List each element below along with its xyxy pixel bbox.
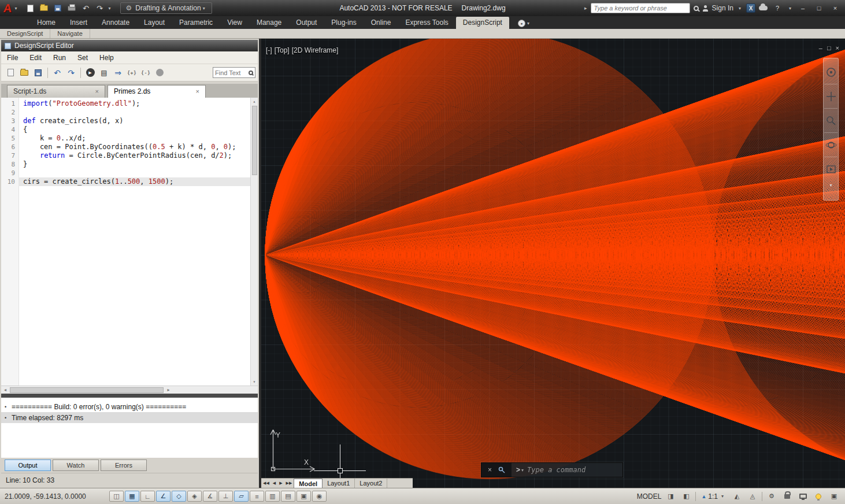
drawing-close-icon[interactable]: × (836, 45, 839, 51)
viewport-menu-control[interactable]: [-] (266, 46, 272, 54)
code-line-8[interactable]: 8} (1, 160, 250, 169)
scrollbar-thumb[interactable] (10, 387, 164, 393)
code-line-2[interactable]: 2 (1, 108, 250, 117)
workspace-switching-button[interactable]: ⚙ (765, 491, 778, 502)
panel-designscript[interactable]: DesignScript (0, 29, 50, 38)
autocad-logo-icon[interactable]: A (3, 2, 13, 15)
visual-style-control[interactable]: [2D Wireframe] (292, 46, 339, 54)
tab-close-icon[interactable]: × (95, 88, 99, 95)
insert-braces-button[interactable]: {+} (125, 66, 138, 79)
infocenter-expand-icon[interactable]: ▸ (584, 5, 587, 11)
command-search-icon[interactable] (498, 466, 505, 473)
command-input[interactable]: Type a command (527, 466, 585, 474)
menu-edit[interactable]: Edit (24, 54, 47, 62)
command-close-icon[interactable]: × (488, 466, 492, 474)
prev-layout-icon[interactable]: ◀ (271, 481, 277, 486)
ribbon-tab-plug-ins[interactable]: Plug-ins (324, 17, 363, 29)
remove-braces-button[interactable]: {-} (139, 66, 152, 79)
help-search-input[interactable] (591, 3, 690, 13)
editor-vertical-scrollbar[interactable]: ▴ ▾ (250, 98, 258, 386)
menu-run[interactable]: Run (47, 54, 72, 62)
editor-title-bar[interactable]: DesignScript Editor (1, 40, 258, 51)
isolate-objects-button[interactable] (812, 491, 825, 502)
polar-toggle[interactable]: ∠ (156, 491, 171, 502)
help-caret-icon[interactable]: ▾ (789, 6, 791, 11)
output-line[interactable]: •Time elapsed: 8297 ms (1, 412, 258, 423)
undo-edit-button[interactable]: ↶ (51, 66, 64, 79)
tab-primes-2[interactable]: Primes 2.ds × (108, 85, 206, 98)
ribbon-tab-express-tools[interactable]: Express Tools (398, 17, 455, 29)
ribbon-state-toggle[interactable]: ● ▾ (518, 20, 531, 27)
code-line-1[interactable]: 1import("ProtoGeometry.dll"); (1, 99, 250, 108)
scroll-up-icon[interactable]: ▴ (251, 98, 258, 105)
otrack-toggle[interactable]: ∡ (203, 491, 217, 502)
ortho-toggle[interactable]: ∟ (140, 491, 155, 502)
scroll-down-icon[interactable]: ▾ (251, 378, 258, 386)
watch-tab-button[interactable]: Watch (53, 459, 99, 471)
grid-toggle[interactable]: ▦ (125, 491, 139, 502)
scroll-left-icon[interactable]: ◂ (1, 387, 9, 392)
redo-button[interactable]: ↷ (93, 2, 106, 14)
run-script-button[interactable]: ▶ (84, 66, 97, 79)
hardware-acceleration-button[interactable] (796, 491, 809, 502)
step-over-button[interactable]: ⇒ (112, 66, 124, 79)
save-script-button[interactable] (32, 66, 45, 79)
am-toggle[interactable]: ◉ (312, 491, 327, 502)
next-layout-icon[interactable]: ▶ (277, 481, 284, 486)
open-script-button[interactable] (18, 66, 31, 79)
new-file-button[interactable] (24, 2, 36, 14)
menu-file[interactable]: File (1, 54, 24, 62)
code-line-6[interactable]: 6 cen = Point.ByCoordinates((0.5 + k) * … (1, 143, 250, 151)
osnap-toggle[interactable]: ◇ (172, 491, 186, 502)
find-search-icon[interactable] (249, 71, 253, 75)
model-space-label[interactable]: MODEL (637, 492, 662, 501)
last-layout-icon[interactable]: ▶▶ (284, 481, 294, 486)
recent-commands-caret-icon[interactable]: ▾ (521, 468, 524, 473)
code-line-10[interactable]: 10cirs = create_circles(1..500, 1500); (1, 177, 250, 186)
menu-help[interactable]: Help (94, 54, 120, 62)
drawing-restore-icon[interactable]: □ (827, 45, 831, 51)
annotation-scale-button[interactable]: ▲ 1:1 ▾ (699, 491, 728, 502)
code-line-7[interactable]: 7 return = Circle.ByCenterPointRadius(ce… (1, 151, 250, 160)
coordinates-readout[interactable]: 21.0009, -59.1413, 0.0000 (5, 492, 106, 501)
clean-screen-button[interactable]: ▣ (828, 491, 840, 502)
annotation-visibility-button[interactable]: ◭ (731, 491, 743, 502)
editor-horizontal-scrollbar[interactable]: ◂ ▸ (1, 386, 258, 394)
panel-navigate[interactable]: Navigate (50, 29, 90, 38)
communication-center-icon[interactable] (759, 6, 768, 10)
undo-button[interactable]: ↶ (79, 2, 92, 14)
view-control[interactable]: [Top] (275, 46, 290, 54)
code-line-4[interactable]: 4{ (1, 125, 250, 134)
tab-close-icon[interactable]: × (196, 88, 199, 95)
sign-in-caret-icon[interactable]: ▾ (739, 6, 741, 11)
quick-view-drawings-button[interactable]: ◧ (680, 491, 692, 502)
toolbar-lock-button[interactable] (781, 491, 794, 502)
showmotion-button[interactable] (824, 157, 837, 181)
menu-set[interactable]: Set (72, 54, 94, 62)
open-file-button[interactable] (38, 2, 50, 14)
command-line-bar[interactable]: × > ▾ Type a command (481, 462, 623, 477)
drawing-viewport[interactable]: [-] [Top] [2D Wireframe] – □ × (261, 39, 845, 488)
scroll-right-icon[interactable]: ▸ (164, 387, 172, 392)
dyn-toggle[interactable]: ▱ (234, 491, 249, 502)
tab-script-1[interactable]: Script-1.ds × (7, 85, 105, 98)
zoom-button[interactable] (824, 109, 837, 133)
debug-list-button[interactable]: ▤ (98, 66, 110, 79)
snap-toggle[interactable]: ◫ (109, 491, 124, 502)
minimize-button[interactable]: – (796, 3, 809, 13)
stop-button[interactable] (153, 66, 166, 79)
navbar-caret-icon[interactable]: ▾ (829, 183, 832, 188)
ribbon-tab-view[interactable]: View (220, 17, 249, 29)
search-binoculars-icon[interactable] (694, 6, 699, 11)
plot-button[interactable] (65, 2, 78, 14)
code-line-9[interactable]: 9 (1, 169, 250, 177)
exchange-apps-icon[interactable]: X (746, 3, 755, 13)
ribbon-tab-home[interactable]: Home (30, 17, 62, 29)
ribbon-tab-insert[interactable]: Insert (63, 17, 94, 29)
ribbon-tab-parametric[interactable]: Parametric (172, 17, 220, 29)
ribbon-tab-manage[interactable]: Manage (250, 17, 288, 29)
ducs-toggle[interactable]: ⊥ (218, 491, 233, 502)
pan-button[interactable] (824, 84, 837, 109)
first-layout-icon[interactable]: ◀◀ (261, 481, 271, 486)
code-line-5[interactable]: 5 k = 0..x/d; (1, 134, 250, 143)
